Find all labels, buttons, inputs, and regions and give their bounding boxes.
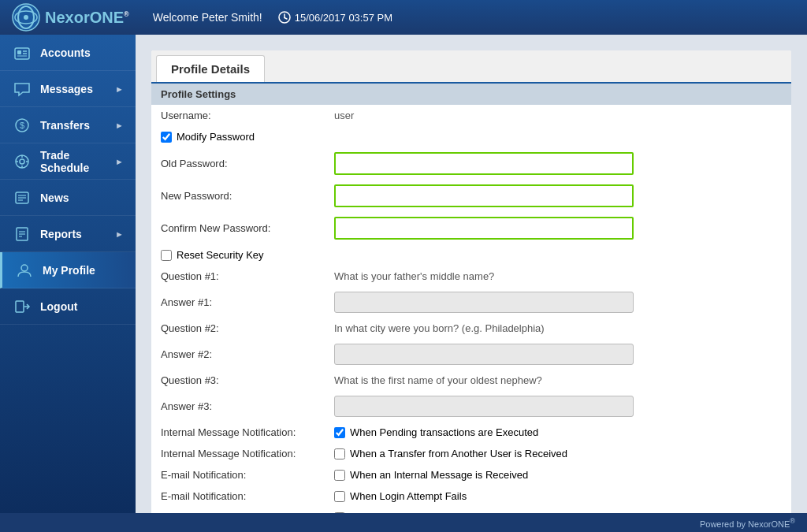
datetime-text: 15/06/2017 03:57 PM [295, 12, 392, 24]
notif-1-checkbox[interactable] [334, 448, 345, 459]
a1-label: Answer #1: [151, 287, 325, 318]
confirm-password-row: Confirm New Password: [151, 212, 791, 244]
reports-arrow-icon: ► [115, 229, 124, 239]
svg-line-6 [284, 18, 287, 20]
sidebar-accounts-label: Accounts [40, 47, 124, 59]
q1-label: Question #1: [151, 266, 325, 287]
notif-3-type: E-mail Notification: [151, 485, 325, 507]
notif-0-check-row: When Pending transactions are Executed [334, 426, 782, 438]
a3-input[interactable] [334, 396, 634, 417]
q1-value: What is your father's middle name? [325, 266, 791, 287]
a1-cell [325, 287, 791, 318]
svg-rect-8 [17, 50, 21, 54]
q1-row: Question #1: What is your father's middl… [151, 266, 791, 287]
app-footer: Powered by NexorONE® [0, 513, 807, 532]
svg-marker-12 [15, 84, 29, 95]
new-password-input[interactable] [334, 184, 634, 207]
svg-text:$: $ [20, 121, 24, 130]
welcome-text: Welcome Peter Smith! [153, 11, 262, 24]
card-body: Profile Settings Username: user Modify P… [151, 84, 791, 513]
confirm-password-input[interactable] [334, 217, 634, 240]
messages-arrow-icon: ► [115, 84, 124, 94]
sidebar-item-logout[interactable]: Logout [0, 288, 136, 325]
sidebar-trade-label: Trade Schedule [40, 149, 115, 174]
notif-2-checkbox[interactable] [334, 470, 345, 481]
new-password-row: New Password: [151, 180, 791, 212]
notif-3-checkbox[interactable] [334, 491, 345, 502]
sidebar-item-accounts[interactable]: Accounts [0, 35, 136, 71]
a2-cell [325, 339, 791, 370]
messages-icon [12, 79, 32, 99]
notif-3-row: E-mail Notification: When Login Attempt … [151, 485, 791, 507]
clock-icon [278, 11, 291, 24]
my-profile-icon [14, 260, 35, 281]
sidebar-item-transfers[interactable]: $ Transfers ► [0, 107, 136, 143]
news-icon [12, 188, 32, 208]
reset-security-label[interactable]: Reset Security Key [177, 249, 264, 261]
transfers-arrow-icon: ► [115, 121, 124, 130]
modify-password-checkbox[interactable] [161, 132, 172, 143]
svg-point-16 [20, 159, 24, 164]
section-header: Profile Settings [151, 84, 791, 105]
notif-3-label: When Login Attempt Fails [350, 490, 467, 502]
reset-security-cell: Reset Security Key [151, 244, 791, 266]
accounts-icon [12, 43, 32, 63]
notif-2-type: E-mail Notification: [151, 464, 325, 485]
q3-label: Question #3: [151, 370, 325, 391]
username-label: Username: [151, 105, 325, 126]
old-password-label: Old Password: [151, 147, 325, 180]
section-header-row: Profile Settings [151, 84, 791, 105]
notif-1-check-row: When a Transfer from Another User is Rec… [334, 448, 782, 459]
new-password-label: New Password: [151, 180, 325, 212]
notif-2-cell: When an Internal Message is Received [325, 464, 791, 485]
notif-1-type: Internal Message Notification: [151, 443, 325, 464]
logo: NexorONE® [12, 3, 129, 32]
modify-password-row: Modify Password [151, 126, 791, 147]
a1-input[interactable] [334, 292, 634, 313]
sidebar-item-trade-schedule[interactable]: Trade Schedule ► [0, 143, 136, 180]
reset-security-checkbox[interactable] [161, 250, 172, 261]
profile-form-table: Profile Settings Username: user Modify P… [151, 84, 791, 513]
username-value: user [325, 105, 791, 126]
reset-security-checkbox-row: Reset Security Key [161, 249, 782, 261]
notif-0-type: Internal Message Notification: [151, 422, 325, 443]
card-title: Profile Details [156, 55, 265, 82]
trade-arrow-icon: ► [115, 157, 124, 166]
old-password-input[interactable] [334, 152, 634, 175]
notif-2-check-row: When an Internal Message is Received [334, 469, 782, 481]
a2-input[interactable] [334, 344, 634, 365]
a2-row: Answer #2: [151, 339, 791, 370]
sidebar-transfers-label: Transfers [40, 119, 115, 132]
a3-label: Answer #3: [151, 391, 325, 422]
transfers-icon: $ [12, 115, 32, 136]
q2-row: Question #2: In what city were you born?… [151, 318, 791, 339]
notif-1-label: When a Transfer from Another User is Rec… [350, 448, 567, 459]
a3-cell [325, 391, 791, 422]
card-header: Profile Details [151, 50, 791, 84]
header-time: 15/06/2017 03:57 PM [278, 11, 392, 24]
notif-4-type: E-mail Notification: [151, 507, 325, 513]
reset-security-row: Reset Security Key [151, 244, 791, 266]
sidebar-item-messages[interactable]: Messages ► [0, 71, 136, 107]
svg-rect-7 [15, 48, 29, 59]
sidebar-news-label: News [40, 192, 124, 204]
svg-point-3 [24, 15, 28, 20]
sidebar-item-my-profile[interactable]: My Profile [0, 252, 136, 288]
notif-1-row: Internal Message Notification: When a Tr… [151, 443, 791, 464]
sidebar-item-news[interactable]: News [0, 180, 136, 216]
sidebar-messages-label: Messages [40, 83, 115, 95]
header-welcome: Welcome Peter Smith! 15/06/2017 03:57 PM [153, 11, 392, 24]
svg-rect-30 [16, 301, 24, 312]
modify-password-cell: Modify Password [151, 126, 791, 147]
logo-text: NexorONE® [45, 9, 129, 27]
trade-schedule-icon [12, 151, 32, 172]
notif-0-checkbox[interactable] [334, 427, 345, 438]
modify-password-label[interactable]: Modify Password [177, 131, 255, 143]
notif-4-cell: When Funds are Added to my Account [325, 507, 791, 513]
sidebar-item-reports[interactable]: Reports ► [0, 216, 136, 252]
profile-card: Profile Details Profile Settings Usernam… [151, 50, 791, 513]
notif-1-cell: When a Transfer from Another User is Rec… [325, 443, 791, 464]
main-content: Profile Details Profile Settings Usernam… [136, 35, 807, 513]
q3-value: What is the first name of your oldest ne… [325, 370, 791, 391]
reports-icon [12, 224, 32, 244]
